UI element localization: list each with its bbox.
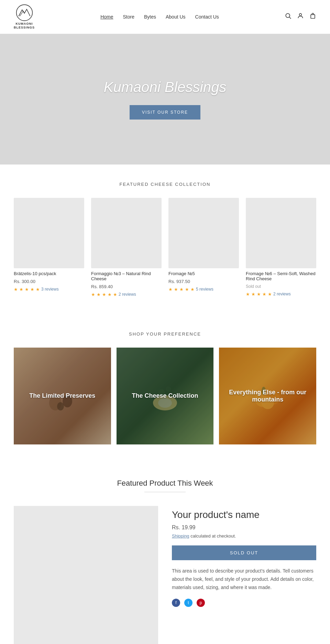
product-image-1	[14, 198, 84, 268]
product-card-2[interactable]: Formaggio №3 – Natural Rind Cheese Rs. 8…	[91, 198, 162, 297]
featured-description: This area is used to describe your produ…	[172, 567, 316, 591]
product-name-2: Formaggio №3 – Natural Rind Cheese	[91, 271, 162, 281]
review-count-4: 2 reviews	[273, 292, 291, 296]
featured-divider	[144, 492, 186, 492]
product-name-3: Fromage №5	[168, 271, 239, 276]
person-icon	[297, 12, 304, 19]
collection-preserves[interactable]: The Limited Preserves	[14, 348, 111, 445]
cart-button[interactable]	[309, 12, 316, 21]
twitter-share-icon[interactable]: t	[184, 599, 192, 607]
cheese-collection-section: FEATURED CHEESE COLLECTION Brätzelis-10 …	[0, 165, 330, 314]
product-name-1: Brätzelis-10 pcs/pack	[14, 271, 84, 276]
sold-out-button[interactable]: SOLD OUT	[172, 545, 316, 560]
logo[interactable]: KUMAONI BLESSINGS	[14, 4, 35, 30]
nav-home[interactable]: Home	[100, 14, 113, 20]
collection-else-overlay: Everything Else - from our mountains	[219, 348, 316, 445]
featured-product-layout: Your product's name Rs. 19.99 Shipping c…	[14, 506, 316, 644]
cheese-section-title: FEATURED CHEESE COLLECTION	[14, 182, 316, 187]
visit-store-button[interactable]: VISIT OUR STORE	[130, 105, 200, 120]
shipping-link[interactable]: Shipping	[172, 533, 189, 539]
product-grid: Brätzelis-10 pcs/pack Rs. 300.00 ★ ★ ★ ★…	[14, 198, 316, 297]
logo-text: KUMAONI BLESSINGS	[14, 22, 35, 30]
featured-product-info: Your product's name Rs. 19.99 Shipping c…	[172, 506, 316, 607]
logo-icon	[16, 4, 33, 21]
product-card-4[interactable]: Fromage №6 – Semi-Soft, Washed Rind Chee…	[246, 198, 316, 297]
collection-preserves-overlay: The Limited Preserves	[14, 348, 111, 445]
main-nav: Home Store Bytes About Us Contact Us	[100, 14, 219, 20]
collection-preserves-label: The Limited Preserves	[26, 389, 98, 402]
nav-contact[interactable]: Contact Us	[195, 14, 219, 20]
search-button[interactable]	[285, 12, 292, 21]
collection-else-label: Everything Else - from our mountains	[219, 386, 316, 406]
collection-cheese-overlay: The Cheese Collection	[117, 348, 214, 445]
featured-shipping: Shipping calculated at checkout.	[172, 533, 316, 539]
product-stars-4: ★ ★ ★ ★ ★ 2 reviews	[246, 292, 316, 297]
cart-icon	[309, 12, 316, 19]
review-count-3: 5 reviews	[196, 287, 213, 292]
search-icon	[285, 12, 292, 19]
nav-bytes[interactable]: Bytes	[144, 14, 156, 20]
product-image-3	[168, 198, 239, 268]
featured-section-title: Featured Product This Week	[14, 479, 316, 488]
svg-rect-4	[311, 15, 315, 19]
review-count-2: 2 reviews	[119, 292, 136, 297]
account-button[interactable]	[297, 12, 304, 21]
product-price-2: Rs. 859.40	[91, 284, 162, 289]
product-stars-3: ★ ★ ★ ★ ★ 5 reviews	[168, 287, 239, 292]
product-card-3[interactable]: Fromage №5 Rs. 937.50 ★ ★ ★ ★ ★ 5 review…	[168, 198, 239, 297]
product-card-1[interactable]: Brätzelis-10 pcs/pack Rs. 300.00 ★ ★ ★ ★…	[14, 198, 84, 297]
featured-header: Featured Product This Week	[14, 479, 316, 492]
nav-about[interactable]: About Us	[166, 14, 186, 20]
header-icons	[285, 12, 316, 21]
product-price-1: Rs. 300.00	[14, 279, 84, 284]
featured-product-price: Rs. 19.99	[172, 524, 316, 531]
featured-product-section: Featured Product This Week Your product'…	[0, 462, 330, 644]
product-name-4: Fromage №6 – Semi-Soft, Washed Rind Chee…	[246, 271, 316, 281]
facebook-share-icon[interactable]: f	[172, 599, 180, 607]
product-price-3: Rs. 937.50	[168, 279, 239, 284]
svg-point-3	[299, 14, 302, 16]
hero-title: Kumaoni Blessings	[103, 79, 226, 95]
collection-cheese[interactable]: The Cheese Collection	[117, 348, 214, 445]
featured-product-image	[14, 506, 158, 644]
svg-point-1	[286, 14, 290, 18]
collections-section: SHOP YOUR PREFERENCE The Limited Preserv…	[0, 314, 330, 462]
featured-product-name: Your product's name	[172, 509, 316, 520]
review-count-1: 3 reviews	[41, 287, 59, 292]
product-image-4	[246, 198, 316, 268]
product-image-2	[91, 198, 162, 268]
hero-section: Kumaoni Blessings VISIT OUR STORE	[0, 34, 330, 165]
collection-else[interactable]: Everything Else - from our mountains	[219, 348, 316, 445]
product-stars-1: ★ ★ ★ ★ ★ 3 reviews	[14, 287, 84, 292]
svg-line-2	[289, 17, 291, 19]
collections-section-title: SHOP YOUR PREFERENCE	[14, 331, 316, 337]
nav-store[interactable]: Store	[123, 14, 134, 20]
collections-grid: The Limited Preserves The Cheese Collect…	[14, 348, 316, 445]
collection-cheese-label: The Cheese Collection	[129, 389, 201, 402]
pinterest-share-icon[interactable]: p	[197, 599, 205, 607]
share-row: f t p	[172, 599, 316, 607]
product-stars-2: ★ ★ ★ ★ ★ 2 reviews	[91, 292, 162, 297]
product-sold-out-4: Sold out	[246, 284, 316, 289]
